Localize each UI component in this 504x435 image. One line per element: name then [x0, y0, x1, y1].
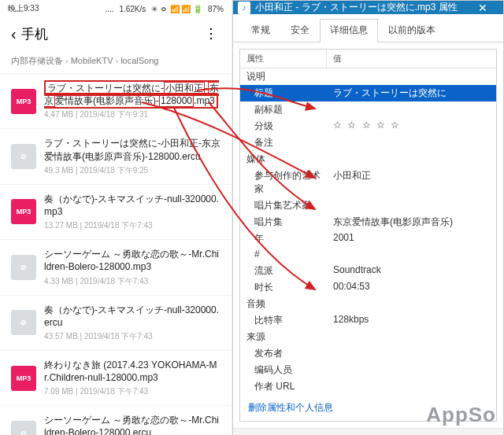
prop-group: 说明	[240, 68, 496, 85]
breadcrumb[interactable]: 内部存储设备›MobileKTV›localSong	[0, 50, 232, 74]
file-icon: ♪	[238, 2, 250, 14]
file-meta: 7.09 MB | 2019/4/18 下午7:43	[44, 386, 220, 397]
breadcrumb-seg[interactable]: localSong	[120, 56, 158, 65]
file-meta: 4.33 MB | 2019/4/18 下午7:43	[44, 276, 220, 287]
status-bar: 晚上9:33 .... 1.62K/s ✳ ⭘ 📶 📶 🔋 87%	[0, 0, 232, 17]
table-row[interactable]: 分级☆ ☆ ☆ ☆ ☆	[240, 118, 496, 135]
list-item[interactable]: MP3奏（かなで)-スキマスイッチ-null-320000.mp313.27 M…	[0, 185, 232, 240]
tab-2[interactable]: 详细信息	[320, 19, 378, 42]
file-name: シーソーゲーム ～勇敢な恋の歌～-Mr.Children-Bolero-1280…	[44, 248, 220, 273]
phone-pane: 晚上9:33 .... 1.62K/s ✳ ⭘ 📶 📶 🔋 87% ‹ 手机 ⋯…	[0, 0, 232, 435]
list-item[interactable]: MP3終わりなき旅 (2017.4.23 YOKOHAMA-Mr.Childre…	[0, 351, 232, 406]
file-meta: 13.27 MB | 2019/4/18 下午7:43	[44, 220, 220, 231]
col-property: 属性	[240, 50, 327, 68]
table-row[interactable]: 副标题	[240, 101, 496, 118]
table-header: 属性 值	[240, 50, 496, 68]
file-name: 終わりなき旅 (2017.4.23 YOKOHAMA-Mr.Children-n…	[44, 359, 220, 384]
list-item[interactable]: ⊘シーソーゲーム ～勇敢な恋の歌～-Mr.Children-Bolero-128…	[0, 240, 232, 295]
tab-0[interactable]: 常规	[241, 19, 280, 42]
window-title: 小田和正 - ラブ・ストーリーは突然に.mp3 属性	[255, 1, 467, 14]
list-item[interactable]: ⊘シーソーゲーム ～勇敢な恋の歌～-Mr.Children-Bolero-128…	[0, 406, 232, 435]
tab-3[interactable]: 以前的版本	[378, 19, 446, 42]
back-icon[interactable]: ‹	[6, 25, 21, 43]
breadcrumb-seg[interactable]: MobileKTV	[71, 56, 113, 65]
table-row[interactable]: 编码人员	[240, 362, 496, 378]
watermark: AppSo	[426, 403, 496, 427]
tab-bar: 常规安全详细信息以前的版本	[233, 14, 503, 42]
mp3-badge: MP3	[11, 366, 36, 391]
file-name: シーソーゲーム ～勇敢な恋の歌～-Mr.Children-Bolero-1280…	[44, 414, 220, 435]
file-meta: 49.3 MB | 2019/4/18 下午9:25	[44, 165, 220, 176]
dialog-buttons: 确定 取消 应用(A)	[233, 428, 503, 435]
app-header: ‹ 手机 ⋯	[0, 17, 232, 50]
table-row[interactable]: 唱片集艺术家	[240, 197, 496, 214]
list-item[interactable]: MP3ラブ・ストーリーは突然に-小田和正-东京爱情故事(电影原声音乐)-1280…	[0, 74, 232, 129]
file-meta: 43.57 MB | 2019/4/18 下午7:43	[44, 331, 220, 342]
close-icon[interactable]: ✕	[467, 2, 498, 14]
list-item[interactable]: ⊘奏（かなで)-スキマスイッチ-null-320000.ercu43.57 MB…	[0, 296, 232, 351]
table-row[interactable]: 参与创作的艺术家小田和正	[240, 168, 496, 197]
table-row[interactable]: 标题ラブ・ストーリーは突然に	[240, 85, 496, 101]
breadcrumb-seg[interactable]: 内部存储设备	[11, 56, 63, 65]
file-list: MP3ラブ・ストーリーは突然に-小田和正-东京爱情故事(电影原声音乐)-1280…	[0, 74, 232, 435]
list-item[interactable]: ⊘ラブ・ストーリーは突然に-小田和正-东京爱情故事(电影原声音乐)-128000…	[0, 129, 232, 184]
table-row[interactable]: #	[240, 247, 496, 263]
file-badge: ⊘	[11, 255, 36, 280]
titlebar: ♪ 小田和正 - ラブ・ストーリーは突然に.mp3 属性 ✕	[233, 1, 503, 14]
file-badge: ⊘	[11, 310, 36, 335]
properties-table: 属性 值 说明标题ラブ・ストーリーは突然に副标题分级☆ ☆ ☆ ☆ ☆备注媒体参…	[239, 49, 497, 422]
prop-group: 音频	[240, 296, 496, 312]
table-row[interactable]: 流派Soundtrack	[240, 263, 496, 279]
mp3-badge: MP3	[11, 89, 36, 114]
status-right: .... 1.62K/s ✳ ⭘ 📶 📶 🔋 87%	[102, 5, 224, 13]
more-icon[interactable]: ⋯	[203, 20, 220, 48]
file-meta: 4.47 MB | 2019/4/18 下午9:31	[44, 109, 220, 120]
table-row[interactable]: 时长00:04:53	[240, 279, 496, 296]
details-panel: 属性 值 说明标题ラブ・ストーリーは突然に副标题分级☆ ☆ ☆ ☆ ☆备注媒体参…	[233, 42, 503, 428]
status-time: 晚上9:33	[8, 3, 39, 14]
col-value: 值	[327, 50, 348, 68]
file-name: ラブ・ストーリーは突然に-小田和正-东京爱情故事(电影原声音乐)-128000.…	[44, 137, 220, 162]
file-badge: ⊘	[11, 144, 36, 169]
table-row[interactable]: 作者 URL	[240, 378, 496, 395]
properties-dialog: ♪ 小田和正 - ラブ・ストーリーは突然に.mp3 属性 ✕ 常规安全详细信息以…	[232, 0, 504, 435]
tab-1[interactable]: 安全	[280, 19, 320, 42]
mp3-badge: MP3	[11, 199, 36, 224]
table-row[interactable]: 发布者	[240, 345, 496, 362]
page-title: 手机	[21, 25, 198, 43]
prop-group: 来源	[240, 329, 496, 345]
table-row[interactable]: 备注	[240, 135, 496, 151]
table-row[interactable]: 年2001	[240, 230, 496, 247]
file-name: 奏（かなで)-スキマスイッチ-null-320000.ercu	[44, 304, 220, 329]
table-row[interactable]: 比特率128kbps	[240, 312, 496, 329]
file-name: ラブ・ストーリーは突然に-小田和正-东京爱情故事(电影原声音乐)-128000.…	[44, 82, 220, 107]
table-row[interactable]: 唱片集东京爱情故事(电影原声音乐)	[240, 214, 496, 230]
prop-group: 媒体	[240, 151, 496, 168]
file-badge: ⊘	[11, 421, 36, 435]
file-name: 奏（かなで)-スキマスイッチ-null-320000.mp3	[44, 193, 220, 218]
